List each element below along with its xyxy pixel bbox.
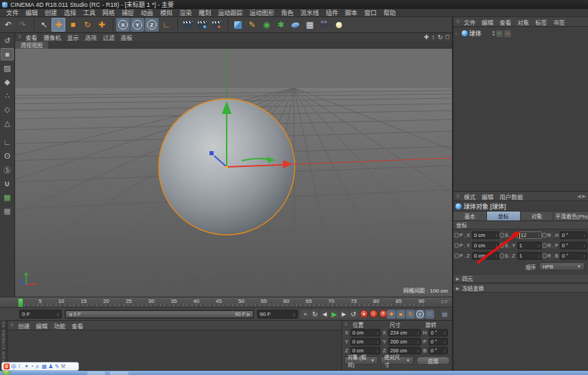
keyframe-dot[interactable] — [499, 253, 504, 258]
object-menu-tags[interactable]: 标签 — [532, 18, 550, 26]
size-mode-dropdown[interactable]: 绝对尺寸▼ — [381, 356, 414, 365]
scale-tool-button[interactable]: ■ — [66, 18, 80, 32]
p-z-field[interactable]: 0 cm — [472, 252, 499, 260]
keyframe-dot[interactable] — [499, 233, 504, 238]
r-p-field[interactable]: 0 ° — [560, 242, 587, 249]
viewport-menu-panel[interactable]: 面板 — [118, 33, 135, 41]
editable-check-icon[interactable]: ✓ — [496, 30, 503, 37]
start-button[interactable] — [1, 371, 11, 375]
order-dropdown[interactable]: HPB▼ — [539, 262, 585, 271]
texture-mode-icon[interactable]: ▨ — [1, 62, 14, 74]
apply-button[interactable]: 应用 — [416, 356, 450, 365]
rotation-h-field[interactable]: 0 ° — [429, 329, 448, 337]
frame-range-thumb[interactable]: ◀ 0 F 90 F ▶ — [66, 311, 253, 317]
make-editable-icon[interactable]: ↺ — [1, 34, 14, 47]
key-rotation-toggle[interactable]: ↻ — [406, 310, 415, 319]
menu-character[interactable]: 角色 — [278, 8, 297, 17]
viewport-menu-filter[interactable]: 过滤 — [100, 33, 117, 41]
viewport-menu-view[interactable]: 查看 — [23, 33, 40, 41]
menu-pipeline[interactable]: 流水线 — [297, 8, 322, 17]
sogou-logo-icon[interactable]: S — [3, 363, 10, 370]
taskbar-button[interactable] — [87, 372, 105, 375]
attribute-menu-userdata[interactable]: 用户数据 — [497, 192, 525, 201]
menu-file[interactable]: 文件 — [3, 8, 22, 17]
object-menu-file[interactable]: 文件 — [461, 18, 478, 26]
edges-mode-icon[interactable]: ◇ — [1, 103, 14, 115]
menu-window[interactable]: 窗口 — [361, 8, 380, 17]
keyframe-dot[interactable] — [542, 253, 547, 258]
size-x-field[interactable]: 224 cm — [388, 329, 421, 337]
object-menu-edit[interactable]: 编辑 — [479, 18, 496, 26]
rotation-b-field[interactable]: 0 ° — [429, 347, 448, 354]
goto-start-button[interactable]: « — [301, 310, 310, 319]
s-y-field[interactable]: 1 — [517, 242, 542, 249]
menu-sculpt[interactable]: 雕刻 — [195, 8, 214, 17]
taskbar-button[interactable] — [110, 372, 128, 375]
menu-plugins[interactable]: 插件 — [322, 8, 341, 17]
keyframe-dot[interactable] — [454, 233, 459, 238]
polygons-mode-icon[interactable]: △ — [1, 117, 14, 129]
p-x-field[interactable]: 0 cm — [472, 231, 499, 239]
frame-range-slider[interactable]: ◀ 0 F 90 F ▶ — [65, 310, 254, 319]
s-z-field[interactable]: 1 — [517, 252, 542, 260]
ime-punctuation-icon[interactable]: ✶ — [24, 363, 29, 370]
render-picture-viewer-button[interactable] — [195, 18, 209, 32]
tab-object[interactable]: 对象 — [521, 212, 554, 220]
keyframe-dot[interactable] — [542, 233, 547, 238]
tab-coordinates[interactable]: 坐标 — [487, 212, 521, 220]
enable-snap-icon[interactable]: Ⓢ — [1, 163, 14, 176]
menu-snap[interactable]: 捕捉 — [118, 8, 137, 17]
timeline-ruler[interactable]: 05 1015 2025 3035 4045 5055 6065 7075 80… — [0, 297, 452, 307]
move-tool-button[interactable]: ✚ — [52, 18, 65, 32]
pan-view-icon[interactable]: ✚ — [424, 34, 429, 41]
lock-z-axis-button[interactable]: Z — [145, 18, 159, 32]
keyframe-dot[interactable] — [454, 253, 459, 258]
position-y-field[interactable]: 0 cm — [350, 338, 381, 345]
viewport-tab-perspective[interactable]: 透视视图 — [15, 41, 48, 49]
ime-voice-icon[interactable]: ♬ — [35, 363, 41, 370]
keyframe-dot[interactable] — [542, 243, 547, 248]
panel-grip-icon[interactable]: ⠿ — [18, 34, 22, 40]
menu-edit[interactable]: 编辑 — [22, 8, 41, 17]
p-y-field[interactable]: 0 cm — [472, 242, 499, 249]
ime-soft-keyboard-icon[interactable]: ▦ — [42, 363, 47, 370]
menu-create[interactable]: 创建 — [41, 8, 60, 17]
record-keyframe-button[interactable]: ● — [360, 310, 368, 318]
menu-animate[interactable]: 动画 — [137, 8, 157, 17]
material-menu-create[interactable]: 创建 — [15, 321, 32, 330]
panel-grip-icon[interactable]: ⠿ — [10, 323, 14, 328]
s-x-field[interactable]: 12 — [517, 231, 542, 239]
freeze-transform-section[interactable]: ▶ 冻结变换 — [453, 284, 588, 293]
lock-workplane-icon[interactable]: ▦ — [1, 205, 14, 217]
object-row-sphere[interactable]: ∟ 球体 ✓ ◦◦ — [453, 29, 588, 38]
light-button[interactable] — [332, 18, 346, 32]
zoom-view-icon[interactable]: ↕ — [432, 34, 436, 41]
play-sound-button[interactable]: ↺ — [349, 310, 358, 319]
workplane-icon[interactable]: ▦ — [1, 191, 14, 203]
timeline-playhead[interactable] — [18, 298, 23, 308]
render-settings-button[interactable] — [210, 18, 223, 32]
viewport-menu-display[interactable]: 显示 — [65, 33, 82, 41]
floor-button[interactable]: ▦ — [303, 18, 317, 32]
menu-tools[interactable]: 工具 — [80, 8, 99, 17]
key-pla-toggle[interactable]: ∷ — [425, 310, 434, 319]
camera-button[interactable] — [317, 18, 331, 32]
menu-mograph[interactable]: 运动图形 — [246, 8, 278, 17]
quaternion-section[interactable]: ▶ 四元 — [453, 274, 588, 283]
key-scale-toggle[interactable]: ■ — [396, 310, 405, 319]
object-menu-objects[interactable]: 对象 — [514, 18, 532, 26]
material-menu-function[interactable]: 功能 — [51, 321, 68, 330]
panel-grip-icon[interactable]: ⠿ — [342, 322, 348, 328]
position-x-field[interactable]: 0 cm — [350, 329, 381, 337]
rotation-p-field[interactable]: 0 ° — [429, 338, 448, 345]
subdivision-surface-button[interactable]: ◉ — [260, 18, 273, 32]
previous-frame-button[interactable]: ◀ — [320, 310, 329, 319]
viewport-menu-options[interactable]: 选项 — [82, 33, 100, 41]
lock-x-axis-button[interactable]: X — [116, 18, 130, 32]
tab-basic[interactable]: 基本 — [453, 212, 487, 220]
environment-button[interactable] — [289, 18, 302, 32]
points-mode-icon[interactable]: ∴ — [1, 89, 14, 102]
r-b-field[interactable]: 0 ° — [560, 252, 587, 260]
ime-clock-icon[interactable]: ◔ — [30, 363, 34, 370]
object-menu-bookmarks[interactable]: 书签 — [550, 18, 567, 26]
